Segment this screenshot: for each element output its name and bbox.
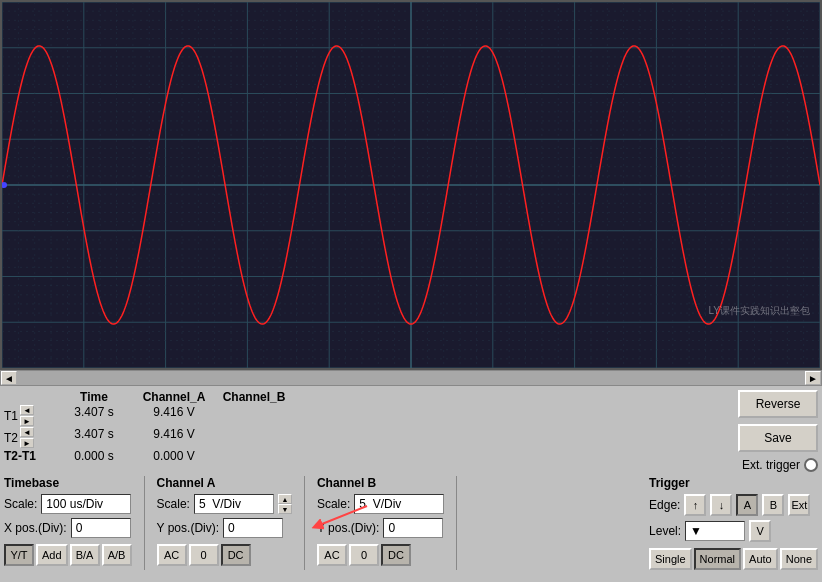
waveform-canvas <box>2 2 820 368</box>
trigger-level-label: Level: <box>649 524 681 538</box>
cha-scale-spinner: ▲ ▼ <box>278 494 292 514</box>
trigger-mode-buttons: Single Normal Auto None <box>649 548 818 570</box>
chb-mode-buttons: AC 0 DC <box>317 544 444 566</box>
t2-time: 3.407 s <box>54 427 134 448</box>
controls-panel: Time Channel_A Channel_B T1 ◄ ► 3.407 s … <box>0 386 822 582</box>
trigger-group: Trigger Edge: ↑ ↓ A B Ext Level: V Singl… <box>649 476 818 570</box>
col-header-chb: Channel_B <box>214 390 294 404</box>
trigger-source-b-btn[interactable]: B <box>762 494 784 516</box>
t1-time: 3.407 s <box>54 405 134 426</box>
chb-dc-button[interactable]: DC <box>381 544 411 566</box>
timebase-scale-row: Scale: <box>4 494 132 514</box>
chb-zero-button[interactable]: 0 <box>349 544 379 566</box>
col-header-cha: Channel_A <box>134 390 214 404</box>
cha-scale-label: Scale: <box>157 497 190 511</box>
timebase-group: Timebase Scale: X pos.(Div): Y/T Add B/A… <box>4 476 132 566</box>
chb-scale-row: Scale: <box>317 494 444 514</box>
timebase-mode-buttons: Y/T Add B/A A/B <box>4 544 132 566</box>
bottom-controls-row: Timebase Scale: X pos.(Div): Y/T Add B/A… <box>4 476 818 570</box>
trigger-single-btn[interactable]: Single <box>649 548 692 570</box>
timebase-scale-label: Scale: <box>4 497 37 511</box>
timebase-label: Timebase <box>4 476 132 490</box>
chb-scale-input[interactable] <box>354 494 444 514</box>
t1-cha: 9.416 V <box>134 405 214 426</box>
t1-prev-btn[interactable]: ◄ <box>20 405 34 415</box>
channel-b-label: Channel B <box>317 476 444 490</box>
t1-label: T1 <box>4 409 18 423</box>
trigger-level-v-btn[interactable]: V <box>749 520 771 542</box>
right-action-buttons: Reverse Save Ext. trigger <box>738 390 818 472</box>
cha-ypos-row: Y pos.(Div): <box>157 518 292 538</box>
trigger-level-input[interactable] <box>685 521 745 541</box>
trigger-source-ext-btn[interactable]: Ext <box>788 494 810 516</box>
trigger-source-a-btn[interactable]: A <box>736 494 758 516</box>
t1-chb <box>214 405 294 426</box>
cha-scale-row: Scale: ▲ ▼ <box>157 494 292 514</box>
watermark: LY课件实践知识出壑包 <box>709 304 811 318</box>
top-controls-row: Time Channel_A Channel_B T1 ◄ ► 3.407 s … <box>4 390 818 472</box>
trigger-label: Trigger <box>649 476 818 490</box>
trigger-auto-btn[interactable]: Auto <box>743 548 778 570</box>
t2t1-time: 0.000 s <box>54 449 134 463</box>
ext-trigger-row: Ext. trigger <box>742 458 818 472</box>
trigger-rising-btn[interactable]: ↑ <box>684 494 706 516</box>
timebase-xpos-input[interactable] <box>71 518 131 538</box>
chb-ypos-row: Y pos.(Div): <box>317 518 444 538</box>
divider-3 <box>456 476 457 570</box>
divider-2 <box>304 476 305 570</box>
chb-ypos-input[interactable] <box>383 518 443 538</box>
cha-scale-down[interactable]: ▼ <box>278 504 292 514</box>
cha-scale-input[interactable] <box>194 494 274 514</box>
cha-zero-button[interactable]: 0 <box>189 544 219 566</box>
chb-ac-button[interactable]: AC <box>317 544 347 566</box>
col-header-time: Time <box>54 390 134 404</box>
trigger-edge-label: Edge: <box>649 498 680 512</box>
cha-ypos-label: Y pos.(Div): <box>157 521 219 535</box>
measurement-table: Time Channel_A Channel_B T1 ◄ ► 3.407 s … <box>4 390 294 463</box>
trigger-edge-row: Edge: ↑ ↓ A B Ext <box>649 494 818 516</box>
t2t1-label: T2-T1 <box>4 449 54 463</box>
ext-trigger-radio[interactable] <box>804 458 818 472</box>
horizontal-scrollbar[interactable]: ◄ ► <box>0 370 822 386</box>
oscilloscope-app: LY课件实践知识出壑包 ◄ ► Time Channel_A Channel_B… <box>0 0 822 582</box>
t2t1-cha: 0.000 V <box>134 449 214 463</box>
t2-prev-btn[interactable]: ◄ <box>20 427 34 437</box>
trigger-falling-btn[interactable]: ↓ <box>710 494 732 516</box>
save-button[interactable]: Save <box>738 424 818 452</box>
chb-ypos-label: Y pos.(Div): <box>317 521 379 535</box>
t2-row-label-cell: T2 ◄ ► <box>4 427 54 448</box>
t2t1-chb <box>214 449 294 463</box>
scroll-right-button[interactable]: ► <box>805 371 821 385</box>
t2-chb <box>214 427 294 448</box>
t1-row-label-cell: T1 ◄ ► <box>4 405 54 426</box>
cha-ac-button[interactable]: AC <box>157 544 187 566</box>
cha-mode-buttons: AC 0 DC <box>157 544 292 566</box>
trigger-level-row: Level: V <box>649 520 818 542</box>
channel-a-group: Channel A Scale: ▲ ▼ Y pos.(Div): AC 0 <box>157 476 292 566</box>
mode-ab-button[interactable]: A/B <box>102 544 132 566</box>
divider-1 <box>144 476 145 570</box>
t1-next-btn[interactable]: ► <box>20 416 34 426</box>
t2-next-btn[interactable]: ► <box>20 438 34 448</box>
channel-a-label: Channel A <box>157 476 292 490</box>
scroll-track[interactable] <box>17 371 805 385</box>
timebase-xpos-row: X pos.(Div): <box>4 518 132 538</box>
cha-scale-up[interactable]: ▲ <box>278 494 292 504</box>
trigger-none-btn[interactable]: None <box>780 548 818 570</box>
mode-add-button[interactable]: Add <box>36 544 68 566</box>
trigger-normal-btn[interactable]: Normal <box>694 548 741 570</box>
t2-label: T2 <box>4 431 18 445</box>
timebase-scale-input[interactable] <box>41 494 131 514</box>
timebase-xpos-label: X pos.(Div): <box>4 521 67 535</box>
cha-ypos-input[interactable] <box>223 518 283 538</box>
reverse-button[interactable]: Reverse <box>738 390 818 418</box>
t2-cha: 9.416 V <box>134 427 214 448</box>
mode-ba-button[interactable]: B/A <box>70 544 100 566</box>
channel-b-group: Channel B Scale: Y pos.(Div): AC 0 DC <box>317 476 444 566</box>
col-header-empty <box>4 390 54 404</box>
scroll-left-button[interactable]: ◄ <box>1 371 17 385</box>
chb-scale-label: Scale: <box>317 497 350 511</box>
mode-yt-button[interactable]: Y/T <box>4 544 34 566</box>
cha-dc-button[interactable]: DC <box>221 544 251 566</box>
ext-trigger-label: Ext. trigger <box>742 458 800 472</box>
